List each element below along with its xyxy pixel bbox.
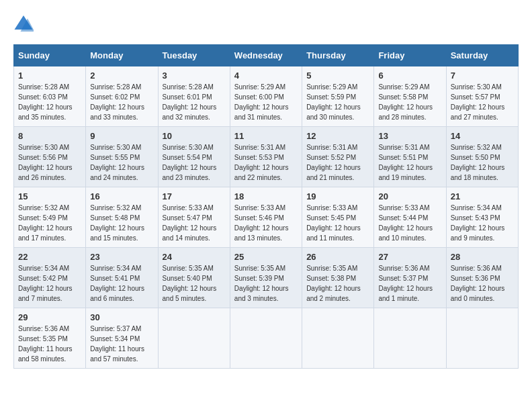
- day-cell: [446, 308, 518, 369]
- day-number: 17: [163, 191, 226, 201]
- day-number: 10: [163, 131, 226, 141]
- day-number: 4: [234, 71, 298, 81]
- day-cell: 27 Sunrise: 5:36 AM Sunset: 5:37 PM Dayl…: [374, 248, 446, 308]
- day-number: 29: [18, 312, 81, 322]
- logo: [13, 13, 36, 34]
- day-info: Sunrise: 5:32 AM Sunset: 5:50 PM Dayligh…: [451, 144, 505, 181]
- day-number: 26: [306, 252, 369, 262]
- day-number: 15: [18, 191, 81, 201]
- calendar-header: SundayMondayTuesdayWednesdayThursdayFrid…: [14, 45, 519, 66]
- day-cell: 6 Sunrise: 5:29 AM Sunset: 5:58 PM Dayli…: [374, 66, 446, 127]
- column-header-wednesday: Wednesday: [230, 45, 302, 66]
- day-cell: 19 Sunrise: 5:33 AM Sunset: 5:45 PM Dayl…: [302, 187, 374, 248]
- day-number: 21: [451, 191, 514, 201]
- day-info: Sunrise: 5:34 AM Sunset: 5:42 PM Dayligh…: [18, 265, 73, 302]
- day-info: Sunrise: 5:30 AM Sunset: 5:54 PM Dayligh…: [163, 144, 217, 181]
- day-number: 13: [378, 131, 441, 141]
- day-number: 27: [378, 252, 441, 262]
- day-info: Sunrise: 5:29 AM Sunset: 5:59 PM Dayligh…: [306, 83, 361, 121]
- day-info: Sunrise: 5:32 AM Sunset: 5:48 PM Dayligh…: [90, 204, 144, 242]
- day-cell: 10 Sunrise: 5:30 AM Sunset: 5:54 PM Dayl…: [158, 127, 230, 187]
- day-info: Sunrise: 5:29 AM Sunset: 6:00 PM Dayligh…: [234, 83, 289, 121]
- day-cell: 20 Sunrise: 5:33 AM Sunset: 5:44 PM Dayl…: [374, 187, 446, 248]
- day-info: Sunrise: 5:31 AM Sunset: 5:51 PM Dayligh…: [378, 144, 433, 181]
- day-cell: 9 Sunrise: 5:30 AM Sunset: 5:55 PM Dayli…: [86, 127, 158, 187]
- day-number: 23: [90, 252, 153, 262]
- day-info: Sunrise: 5:31 AM Sunset: 5:52 PM Dayligh…: [306, 144, 361, 181]
- day-cell: 13 Sunrise: 5:31 AM Sunset: 5:51 PM Dayl…: [374, 127, 446, 187]
- week-row-4: 22 Sunrise: 5:34 AM Sunset: 5:42 PM Dayl…: [14, 248, 519, 308]
- calendar-table: SundayMondayTuesdayWednesdayThursdayFrid…: [13, 44, 519, 369]
- day-info: Sunrise: 5:28 AM Sunset: 6:02 PM Dayligh…: [90, 83, 144, 121]
- day-info: Sunrise: 5:34 AM Sunset: 5:41 PM Dayligh…: [90, 265, 144, 302]
- day-number: 14: [451, 131, 514, 141]
- day-cell: 4 Sunrise: 5:29 AM Sunset: 6:00 PM Dayli…: [230, 66, 302, 127]
- day-info: Sunrise: 5:30 AM Sunset: 5:56 PM Dayligh…: [18, 144, 73, 181]
- day-info: Sunrise: 5:35 AM Sunset: 5:39 PM Dayligh…: [234, 265, 289, 302]
- day-info: Sunrise: 5:36 AM Sunset: 5:35 PM Dayligh…: [18, 325, 73, 363]
- logo-icon: [13, 13, 34, 34]
- day-number: 2: [90, 71, 153, 81]
- day-cell: 28 Sunrise: 5:36 AM Sunset: 5:36 PM Dayl…: [446, 248, 518, 308]
- day-number: 24: [163, 252, 226, 262]
- day-number: 5: [306, 71, 369, 81]
- column-header-thursday: Thursday: [302, 45, 374, 66]
- day-number: 28: [451, 252, 514, 262]
- day-number: 22: [18, 252, 81, 262]
- day-cell: 16 Sunrise: 5:32 AM Sunset: 5:48 PM Dayl…: [86, 187, 158, 248]
- day-cell: 26 Sunrise: 5:35 AM Sunset: 5:38 PM Dayl…: [302, 248, 374, 308]
- day-info: Sunrise: 5:30 AM Sunset: 5:57 PM Dayligh…: [451, 83, 505, 121]
- day-cell: [158, 308, 230, 369]
- day-number: 6: [378, 71, 441, 81]
- week-row-5: 29 Sunrise: 5:36 AM Sunset: 5:35 PM Dayl…: [14, 308, 519, 369]
- day-cell: 5 Sunrise: 5:29 AM Sunset: 5:59 PM Dayli…: [302, 66, 374, 127]
- day-info: Sunrise: 5:29 AM Sunset: 5:58 PM Dayligh…: [378, 83, 433, 121]
- day-cell: 29 Sunrise: 5:36 AM Sunset: 5:35 PM Dayl…: [14, 308, 86, 369]
- day-cell: [230, 308, 302, 369]
- day-cell: 22 Sunrise: 5:34 AM Sunset: 5:42 PM Dayl…: [14, 248, 86, 308]
- day-cell: 18 Sunrise: 5:33 AM Sunset: 5:46 PM Dayl…: [230, 187, 302, 248]
- day-cell: 23 Sunrise: 5:34 AM Sunset: 5:41 PM Dayl…: [86, 248, 158, 308]
- day-cell: 8 Sunrise: 5:30 AM Sunset: 5:56 PM Dayli…: [14, 127, 86, 187]
- day-cell: 24 Sunrise: 5:35 AM Sunset: 5:40 PM Dayl…: [158, 248, 230, 308]
- day-cell: 15 Sunrise: 5:32 AM Sunset: 5:49 PM Dayl…: [14, 187, 86, 248]
- day-number: 20: [378, 191, 441, 201]
- day-info: Sunrise: 5:28 AM Sunset: 6:01 PM Dayligh…: [163, 83, 217, 121]
- day-info: Sunrise: 5:37 AM Sunset: 5:34 PM Dayligh…: [90, 325, 144, 363]
- day-info: Sunrise: 5:33 AM Sunset: 5:46 PM Dayligh…: [234, 204, 289, 242]
- page-header: [13, 13, 519, 34]
- day-cell: 11 Sunrise: 5:31 AM Sunset: 5:53 PM Dayl…: [230, 127, 302, 187]
- day-number: 8: [18, 131, 81, 141]
- column-header-saturday: Saturday: [446, 45, 518, 66]
- column-header-tuesday: Tuesday: [158, 45, 230, 66]
- week-row-3: 15 Sunrise: 5:32 AM Sunset: 5:49 PM Dayl…: [14, 187, 519, 248]
- day-cell: 17 Sunrise: 5:33 AM Sunset: 5:47 PM Dayl…: [158, 187, 230, 248]
- day-number: 9: [90, 131, 153, 141]
- day-number: 7: [451, 71, 514, 81]
- column-header-friday: Friday: [374, 45, 446, 66]
- day-info: Sunrise: 5:35 AM Sunset: 5:40 PM Dayligh…: [163, 265, 217, 302]
- column-header-monday: Monday: [86, 45, 158, 66]
- day-cell: 1 Sunrise: 5:28 AM Sunset: 6:03 PM Dayli…: [14, 66, 86, 127]
- day-info: Sunrise: 5:32 AM Sunset: 5:49 PM Dayligh…: [18, 204, 73, 242]
- day-cell: 14 Sunrise: 5:32 AM Sunset: 5:50 PM Dayl…: [446, 127, 518, 187]
- day-cell: 2 Sunrise: 5:28 AM Sunset: 6:02 PM Dayli…: [86, 66, 158, 127]
- day-info: Sunrise: 5:34 AM Sunset: 5:43 PM Dayligh…: [451, 204, 505, 242]
- day-cell: 30 Sunrise: 5:37 AM Sunset: 5:34 PM Dayl…: [86, 308, 158, 369]
- day-cell: [302, 308, 374, 369]
- day-info: Sunrise: 5:35 AM Sunset: 5:38 PM Dayligh…: [306, 265, 361, 302]
- day-number: 11: [234, 131, 298, 141]
- header-row: SundayMondayTuesdayWednesdayThursdayFrid…: [14, 45, 519, 66]
- day-number: 30: [90, 312, 153, 322]
- day-number: 16: [90, 191, 153, 201]
- day-number: 18: [234, 191, 298, 201]
- calendar-body: 1 Sunrise: 5:28 AM Sunset: 6:03 PM Dayli…: [14, 66, 519, 369]
- day-number: 3: [163, 71, 226, 81]
- day-info: Sunrise: 5:36 AM Sunset: 5:37 PM Dayligh…: [378, 265, 433, 302]
- day-number: 25: [234, 252, 298, 262]
- day-cell: 21 Sunrise: 5:34 AM Sunset: 5:43 PM Dayl…: [446, 187, 518, 248]
- day-number: 19: [306, 191, 369, 201]
- week-row-1: 1 Sunrise: 5:28 AM Sunset: 6:03 PM Dayli…: [14, 66, 519, 127]
- day-info: Sunrise: 5:33 AM Sunset: 5:45 PM Dayligh…: [306, 204, 361, 242]
- day-cell: 12 Sunrise: 5:31 AM Sunset: 5:52 PM Dayl…: [302, 127, 374, 187]
